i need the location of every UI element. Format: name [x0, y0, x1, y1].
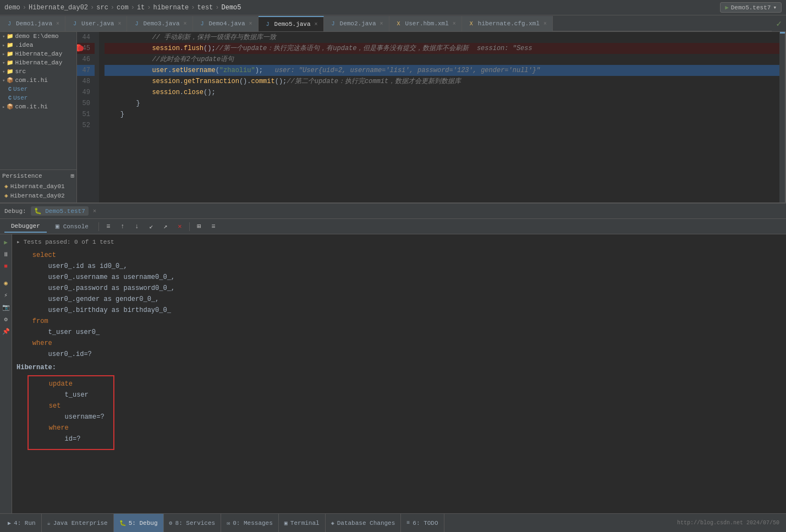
console-line-where: where	[17, 338, 175, 349]
close-icon[interactable]: ×	[249, 21, 252, 27]
run-config[interactable]: ▶ Demo5.test7 ▾	[720, 2, 782, 13]
stop-btn2[interactable]: ■	[1, 261, 12, 272]
code-line-47: user.setUsername("zhaoliu"); user: "User…	[105, 65, 779, 76]
tab-user-hbm[interactable]: X User.hbm.xml ×	[389, 16, 462, 31]
close-icon[interactable]: ×	[183, 21, 186, 27]
restore-layout-btn[interactable]: ⊞	[193, 221, 205, 233]
tab-hibernate-cfg[interactable]: X hibernate.cfg.xml ×	[462, 16, 553, 31]
status-tab-run[interactable]: ▶ 4: Run	[2, 514, 42, 533]
step-into-btn[interactable]: ↓	[131, 221, 143, 233]
step-out-btn[interactable]: ↙	[145, 221, 157, 233]
folder-icon: 📁	[7, 59, 13, 66]
test-status-text: Tests passed: 0 of 1 test	[24, 237, 114, 248]
terminal-icon: ▣	[284, 520, 288, 526]
tab-demo5-active[interactable]: J Demo5.java ×	[259, 16, 324, 31]
persistence-item-2[interactable]: ◈ Hibernate_day02	[2, 191, 74, 200]
debug-btn2[interactable]: ⚡	[1, 289, 12, 300]
settings-btn[interactable]: ≡	[207, 221, 219, 233]
debug-btn1[interactable]: ◉	[1, 277, 12, 288]
debug-tab-bar: Debug: 🐛 Demo5.test7 ×	[0, 202, 786, 219]
status-tab-debug[interactable]: 🐛 5: Debug	[114, 514, 164, 533]
tree-item-demo[interactable]: ▾ 📁 demo E:\demo	[0, 32, 76, 41]
pause-btn[interactable]: ⏸	[1, 249, 12, 260]
tree-item-hday01[interactable]: ▸ 📁 Hibernate_day	[0, 50, 76, 58]
java-icon: J	[199, 20, 206, 28]
console-line-id: user0_.id as id0_0_,	[17, 261, 175, 272]
tree-item-hday02[interactable]: ▾ 📁 Hibernate_day	[0, 58, 76, 67]
tree-item-src[interactable]: ▾ 📁 src	[0, 67, 76, 76]
tree-item-comithi2[interactable]: ▸ 📦 com.it.hi	[0, 102, 76, 111]
status-tab-java-enterprise[interactable]: ☕ Java Enterprise	[42, 514, 114, 533]
debug-tab-label: 5: Debug	[129, 520, 158, 526]
tree-item-user1[interactable]: C User	[0, 85, 76, 94]
folder-icon: 📁	[7, 42, 13, 48]
close-icon[interactable]: ×	[56, 21, 59, 27]
tree-label: User	[13, 95, 28, 101]
tree-label: User	[13, 86, 28, 92]
debug-close-icon[interactable]: ×	[93, 208, 97, 215]
resume-btn[interactable]: ▶	[1, 237, 12, 248]
status-bar: ▶ 4: Run ☕ Java Enterprise 🐛 5: Debug ⚙ …	[0, 513, 786, 532]
close-icon[interactable]: ×	[315, 21, 318, 28]
run-config-icon: ▶	[725, 4, 729, 11]
tree-item-comithi1[interactable]: ▾ 📦 com.it.hi	[0, 76, 76, 85]
spacer	[1, 273, 12, 276]
tree-label: Hibernate_day	[15, 59, 62, 66]
tree-arrow: ▾	[2, 78, 5, 84]
close-icon[interactable]: ×	[118, 21, 121, 27]
persistence-label: Hibernate_day02	[10, 193, 65, 199]
status-tab-todo[interactable]: ≡ 6: TODO	[401, 514, 444, 533]
expand-icon[interactable]: ▸	[17, 237, 20, 248]
tab-user[interactable]: J User.java ×	[65, 16, 127, 31]
java-enterprise-label: Java Enterprise	[53, 520, 108, 526]
tab-label: hibernate.cfg.xml	[478, 20, 540, 27]
status-tab-db-changes[interactable]: ◈ Database Changes	[326, 514, 402, 533]
run-to-cursor-btn[interactable]: ↗	[160, 221, 172, 233]
console-output[interactable]: ▸ Tests passed: 0 of 1 test select user0…	[12, 234, 179, 481]
close-icon[interactable]: ×	[543, 21, 547, 27]
tree-item-user2[interactable]: C User	[0, 94, 76, 102]
debug-btn4[interactable]: ⚙	[1, 314, 12, 325]
title-bar: demo › Hibernate_day02 › src › com › it …	[0, 0, 786, 15]
stop-btn[interactable]: ✕	[174, 221, 186, 233]
tree-label: com.it.hi	[15, 103, 47, 110]
java-icon: J	[329, 20, 337, 28]
debugger-tab[interactable]: Debugger	[4, 221, 47, 233]
code-line-51: }	[105, 109, 779, 120]
console-line-condition: user0_.id=?	[17, 349, 175, 360]
tab-label: Demo5.java	[274, 21, 311, 28]
tab-demo2[interactable]: J Demo2.java ×	[324, 16, 389, 31]
services-label: 8: Services	[175, 520, 216, 526]
debug-label: Debug:	[4, 208, 26, 215]
tab-demo3[interactable]: J Demo3.java ×	[127, 16, 193, 31]
java-icon: J	[264, 20, 272, 28]
debug-section: Debug: 🐛 Demo5.test7 × Debugger ▣ Consol…	[0, 202, 786, 513]
sql-tuser: t_user	[33, 390, 105, 401]
code-line-48: session.getTransaction().commit();//第二个u…	[105, 76, 779, 87]
tree-item-idea[interactable]: ▸ 📁 .idea	[0, 41, 76, 50]
status-tab-messages[interactable]: ✉ 0: Messages	[221, 514, 279, 533]
step-over-btn[interactable]: ↑	[117, 221, 129, 233]
tab-demo1[interactable]: J Demo1.java ×	[0, 16, 65, 31]
code-editor[interactable]: 44 🔴45 46 47 48 49 50 51 52	[77, 32, 786, 202]
breadcrumb: demo › Hibernate_day02 › src › com › it …	[4, 4, 241, 12]
close-icon[interactable]: ×	[453, 21, 456, 27]
status-tab-services[interactable]: ⚙ 8: Services	[164, 514, 222, 533]
status-tab-terminal[interactable]: ▣ Terminal	[279, 514, 326, 533]
main-wrapper: demo › Hibernate_day02 › src › com › it …	[0, 0, 786, 532]
breadcrumb-it: it	[137, 4, 145, 12]
toolbar-sep	[98, 222, 99, 231]
rerun-btn[interactable]: ≡	[102, 221, 114, 233]
tree-arrow: ▸	[2, 42, 5, 48]
code-area[interactable]: // 手动刷新，保持一级缓存与数据库一致 session.flush();//第…	[99, 32, 779, 202]
close-icon[interactable]: ×	[380, 21, 383, 27]
debug-btn5[interactable]: 📌	[1, 326, 12, 337]
folder-icon: 📦	[7, 77, 13, 84]
debug-btn3[interactable]: 📷	[1, 301, 12, 312]
console-line-select: select	[17, 250, 175, 261]
persistence-item-1[interactable]: ◈ Hibernate_day01	[2, 182, 74, 191]
console-tab[interactable]: ▣ Console	[49, 220, 95, 233]
breadcrumb-test: test	[197, 4, 213, 12]
right-scrollbar[interactable]	[779, 32, 786, 202]
tab-demo4[interactable]: J Demo4.java ×	[193, 16, 259, 31]
